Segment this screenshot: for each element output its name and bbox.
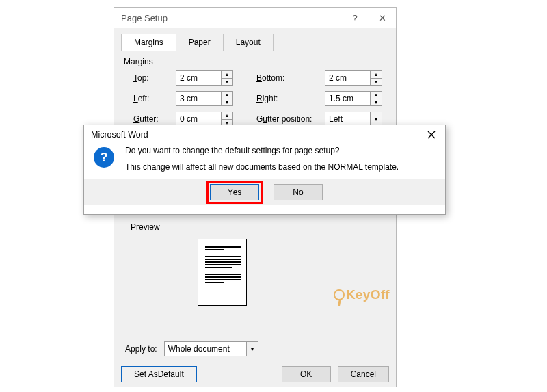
modal-message: Do you want to change the default settin… [114, 146, 399, 179]
label-gutter: Gutter: [133, 114, 176, 124]
label-bottom: Bottom: [256, 73, 325, 83]
left-input[interactable]: ▲▼ [176, 91, 237, 106]
label-right: Right: [256, 94, 325, 103]
spin-up-icon[interactable]: ▲ [222, 92, 232, 99]
spin-up-icon[interactable]: ▲ [222, 112, 232, 119]
top-input[interactable]: ▲▼ [176, 70, 237, 86]
apply-to-select[interactable]: Whole document ▾ [164, 341, 258, 356]
key-icon [334, 289, 345, 300]
close-icon[interactable] [418, 125, 445, 144]
question-icon: ? [94, 147, 114, 168]
bottom-input[interactable]: ▲▼ [325, 70, 386, 86]
preview-label: Preview [131, 222, 389, 232]
page-setup-footer: Set As Default OK Cancel [114, 361, 396, 387]
ok-button[interactable]: OK [282, 366, 331, 382]
top-field[interactable] [176, 70, 221, 86]
right-input[interactable]: ▲▼ [325, 91, 386, 106]
yes-highlight: Yes [206, 181, 263, 204]
spin-up-icon[interactable]: ▲ [371, 71, 382, 78]
page-setup-title: Page Setup [121, 13, 168, 23]
label-left: Left: [133, 94, 176, 103]
watermark: KeyOff [334, 287, 390, 302]
tab-paper[interactable]: Paper [176, 34, 224, 51]
tabs: Margins Paper Layout [114, 28, 396, 51]
label-top: Top: [133, 73, 176, 83]
right-field[interactable] [325, 91, 370, 106]
label-gutter-pos: Gutter position: [256, 114, 325, 124]
spin-down-icon[interactable]: ▼ [371, 78, 382, 86]
margins-grid: Top: ▲▼ Bottom: ▲▼ Left: ▲▼ Right: ▲▼ [121, 70, 389, 127]
spin-down-icon[interactable]: ▼ [222, 78, 232, 86]
help-icon[interactable]: ? [341, 8, 369, 28]
modal-line2: This change will affect all new document… [125, 162, 399, 172]
spin-up-icon[interactable]: ▲ [222, 71, 232, 78]
set-as-default-button[interactable]: Set As Default [121, 366, 197, 382]
preview-page [198, 239, 247, 306]
apply-to-row: Apply to: Whole document ▾ [122, 341, 258, 356]
close-icon[interactable]: ✕ [369, 8, 396, 28]
yes-button[interactable]: Yes [210, 184, 259, 200]
no-button[interactable]: No [274, 184, 323, 200]
chevron-down-icon[interactable]: ▾ [246, 341, 258, 356]
page-setup-titlebar: Page Setup ? ✕ [114, 8, 396, 28]
tab-margins[interactable]: Margins [121, 34, 176, 51]
margins-group-label: Margins [124, 57, 389, 66]
bottom-field[interactable] [325, 70, 370, 86]
confirm-default-dialog: Microsoft Word ? Do you want to change t… [83, 125, 446, 215]
spin-up-icon[interactable]: ▲ [371, 92, 382, 99]
spin-down-icon[interactable]: ▼ [222, 99, 232, 106]
modal-footer: Yes No [84, 179, 445, 205]
modal-title: Microsoft Word [91, 130, 148, 140]
spin-down-icon[interactable]: ▼ [371, 99, 382, 106]
apply-to-label: Apply to: [125, 344, 157, 354]
tab-layout[interactable]: Layout [223, 34, 274, 51]
left-field[interactable] [176, 91, 221, 106]
apply-to-value: Whole document [164, 341, 246, 356]
cancel-button[interactable]: Cancel [338, 366, 389, 382]
modal-line1: Do you want to change the default settin… [125, 146, 399, 155]
modal-titlebar: Microsoft Word [84, 125, 445, 144]
